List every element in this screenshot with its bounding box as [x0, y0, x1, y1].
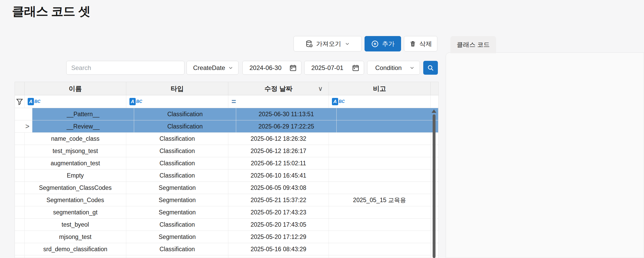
add-button[interactable]: 추가 — [365, 36, 401, 51]
cell-type: Classification — [126, 255, 228, 258]
header-name[interactable]: 이름 — [25, 82, 126, 95]
search-icon — [427, 64, 434, 72]
cell-note — [329, 219, 431, 231]
funnel-icon — [16, 98, 23, 105]
tab-class-code-label: 클래스 코드 — [457, 40, 490, 49]
row-handle-cell — [15, 243, 25, 255]
cell-name: mjsong_test — [25, 231, 126, 243]
cell-name: __Pattern__ — [32, 108, 134, 120]
cell-note — [329, 231, 431, 243]
left-grid-filter-row: ABC ABC = ABC — [15, 95, 438, 108]
header-note[interactable]: 비고 — [329, 82, 431, 95]
cell-modified: 2025-06-12 15:02:11 — [228, 157, 329, 169]
date-from-value: 2024-06-30 — [249, 64, 282, 72]
filter-modified[interactable]: = — [228, 95, 329, 108]
class-code-set-row[interactable]: Segmentation_ClassCodesSegmentation2025-… — [15, 182, 438, 194]
cell-modified: 2025-05-14 09:27:27 — [228, 255, 329, 258]
calendar-icon — [352, 64, 360, 72]
class-code-set-row[interactable]: srd_demo_classificationClassification202… — [15, 243, 438, 255]
class-code-set-row[interactable]: Segmentation_CodesSegmentation2025-05-21… — [15, 194, 438, 206]
search-button[interactable] — [423, 61, 438, 75]
class-code-set-row[interactable]: Semicon_CodesClassification2025-05-14 09… — [15, 255, 438, 258]
cell-note — [329, 169, 431, 181]
class-code-set-row[interactable]: __Pattern__Classification2025-06-30 11:1… — [15, 108, 438, 120]
cell-name: Segmentation_ClassCodes — [25, 182, 126, 194]
chevron-down-icon — [228, 65, 234, 71]
class-code-set-row[interactable]: EmptyClassification2025-06-10 16:45:41 — [15, 169, 438, 182]
date-from-input[interactable]: 2024-06-30 — [242, 61, 301, 75]
cell-type: Segmentation — [126, 231, 228, 243]
page-title: 클래스 코드 셋 — [12, 3, 90, 20]
add-button-label: 추가 — [382, 40, 395, 48]
calendar-icon — [289, 64, 297, 72]
cell-modified: 2025-06-30 11:13:51 — [236, 108, 337, 120]
cell-name: Segmentation_Codes — [25, 194, 126, 206]
condition-select[interactable]: Condition — [367, 61, 420, 75]
condition-select-value: Condition — [375, 64, 402, 72]
sort-descending-icon: ∨ — [318, 85, 323, 92]
left-grid-header: 이름 타입 수정 날짜 ∨ 비고 — [15, 82, 438, 95]
cell-type: Classification — [126, 169, 228, 181]
filter-note[interactable]: ABC — [329, 95, 431, 108]
class-code-set-row[interactable]: test_byeolClassification2025-05-20 17:43… — [15, 219, 438, 231]
cell-type: Classification — [134, 108, 236, 120]
import-button-label: 가져오기 — [316, 40, 341, 48]
cell-name: Empty — [25, 169, 126, 181]
chevron-down-icon — [409, 65, 415, 71]
search-input[interactable] — [66, 61, 184, 75]
scrollbar-up-arrow[interactable] — [432, 109, 436, 113]
cell-type: Segmentation — [126, 194, 228, 206]
cell-note — [329, 206, 431, 218]
row-handle-cell — [15, 133, 25, 145]
class-code-set-row[interactable]: >__Review__Classification2025-06-29 17:2… — [15, 120, 438, 133]
class-code-set-row[interactable]: name_code_classClassification2025-06-12 … — [15, 133, 438, 145]
class-code-set-row[interactable]: segmentation_gtSegmentation2025-05-20 17… — [15, 206, 438, 219]
cell-name: srd_demo_classification — [25, 243, 126, 255]
row-handle-cell — [15, 157, 25, 169]
cell-type: Classification — [126, 145, 228, 157]
cell-note — [329, 133, 431, 145]
class-code-set-grid: 이름 타입 수정 날짜 ∨ 비고 ABC ABC = ABC __Pattern… — [15, 82, 439, 258]
class-code-set-row[interactable]: test_mjsong_testClassification2025-06-12… — [15, 145, 438, 157]
delete-button[interactable]: 삭제 — [404, 36, 437, 51]
filter-funnel-cell[interactable] — [15, 95, 25, 108]
cell-modified: 2025-06-12 18:26:17 — [228, 145, 329, 157]
class-code-set-row[interactable]: augmentation_testClassification2025-06-1… — [15, 157, 438, 169]
cell-type: Classification — [126, 219, 228, 231]
search-field-select[interactable]: CreateDate — [187, 61, 238, 75]
left-grid-body: __Pattern__Classification2025-06-30 11:1… — [15, 108, 438, 258]
cell-note — [329, 145, 431, 157]
cell-note: 2025_05_15 교육용 — [329, 194, 431, 206]
cell-type: Segmentation — [126, 206, 228, 218]
import-button[interactable]: 가져오기 — [294, 36, 362, 51]
header-type[interactable]: 타입 — [126, 82, 228, 95]
filter-type[interactable]: ABC — [126, 95, 228, 108]
header-handle-cell — [15, 82, 25, 95]
filter-name[interactable]: ABC — [25, 95, 126, 108]
row-handle-cell — [15, 206, 25, 218]
cell-note: 2025_05_15 교육용 — [329, 255, 431, 258]
date-to-input[interactable]: 2025-07-01 — [304, 61, 364, 75]
cell-modified: 2025-06-12 18:26:32 — [228, 133, 329, 145]
cell-name: segmentation_gt — [25, 206, 126, 218]
cell-note — [329, 157, 431, 169]
cell-modified: 2025-05-20 17:43:23 — [228, 206, 329, 218]
cell-note — [337, 120, 438, 132]
row-handle-cell — [15, 182, 25, 194]
cell-modified: 2025-06-29 17:22:25 — [236, 120, 337, 132]
tab-class-code[interactable]: 클래스 코드 — [450, 36, 496, 53]
date-to-value: 2025-07-01 — [311, 64, 343, 72]
row-handle-cell — [15, 169, 25, 181]
class-code-set-row[interactable]: mjsong_testSegmentation2025-05-20 17:12:… — [15, 231, 438, 243]
row-handle-cell — [15, 219, 25, 231]
row-handle-cell — [15, 145, 25, 157]
vertical-scrollbar-thumb[interactable] — [433, 114, 436, 258]
cell-name: test_mjsong_test — [25, 145, 126, 157]
plus-circle-icon — [371, 40, 379, 48]
cell-modified: 2025-05-20 17:12:29 — [228, 231, 329, 243]
cell-modified: 2025-06-05 09:43:08 — [228, 182, 329, 194]
cell-type: Segmentation — [126, 182, 228, 194]
header-modified[interactable]: 수정 날짜 ∨ — [228, 82, 329, 95]
class-code-set-page: 클래스 코드 셋 가져오기 추가 삭제 CreateDate 2024-06-3… — [0, 0, 644, 258]
cell-spacer — [438, 108, 439, 120]
